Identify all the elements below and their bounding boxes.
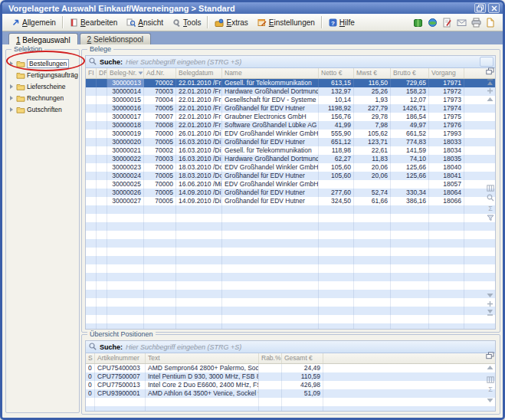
- plus-icon[interactable]: [486, 300, 494, 307]
- email-icon[interactable]: [457, 18, 467, 27]
- caret-up-icon[interactable]: [486, 363, 494, 371]
- table-row[interactable]: 0CPU75400003AMD Sempron64 2800+ Palermo,…: [86, 364, 495, 372]
- sidebar-item-gutschriften[interactable]: Gutschriften: [8, 103, 78, 115]
- new-page-icon[interactable]: [486, 18, 495, 28]
- table-row[interactable]: 0CPU77500013Intel Core 2 Duo E6600, 2400…: [86, 381, 495, 389]
- column-header-ad-nr-[interactable]: Ad.Nr.: [144, 68, 176, 78]
- table-cell: 30000015: [107, 96, 144, 104]
- plus-icon[interactable]: [486, 87, 494, 94]
- column-header-s[interactable]: S: [86, 353, 95, 363]
- menu-item-hilfe[interactable]: ?Hilfe: [324, 15, 359, 29]
- column-header-name[interactable]: Name: [222, 68, 319, 78]
- caret-down-icon[interactable]: [486, 291, 494, 299]
- table-row[interactable]: 300000247000518.03.2010 /DoGroßhandel fü…: [86, 172, 495, 180]
- column-chooser-icon[interactable]: [486, 67, 494, 75]
- scroll-top-icon[interactable]: [486, 78, 494, 86]
- table-cell: [144, 264, 176, 273]
- filter-icon[interactable]: [486, 214, 494, 221]
- sidebar-item-fertigungsaufträge[interactable]: Fertigungsaufträge: [8, 69, 78, 80]
- table-row[interactable]: 300000217000216.03.2010 /DiGesell. für T…: [86, 146, 495, 155]
- restore-button[interactable]: [474, 3, 486, 13]
- table-row[interactable]: 300000147000322.01.2010 /FrHardware Groß…: [86, 87, 495, 96]
- search-icon[interactable]: [486, 194, 494, 202]
- table-cell: 70003: [144, 87, 176, 96]
- column-header-text[interactable]: Text: [146, 353, 259, 363]
- table-cell: [354, 256, 391, 264]
- table-row[interactable]: 300000207000516.03.2010 /DiGroßhandel fü…: [86, 138, 495, 146]
- sum-icon[interactable]: Σ: [486, 385, 494, 392]
- positionen-title: Übersicht Positionen: [87, 330, 156, 338]
- document-edit-icon[interactable]: [442, 18, 452, 28]
- column-chooser-icon[interactable]: [486, 352, 494, 359]
- table-cell: [429, 222, 464, 231]
- belege-side-strip: Σ: [485, 55, 495, 330]
- table-row[interactable]: 300000267000514.09.2010 /DiGroßhandel fü…: [86, 189, 495, 197]
- table-row[interactable]: 300000237000018.03.2010 /DoEDV Großhande…: [86, 163, 495, 172]
- columns-icon[interactable]: [486, 184, 494, 192]
- printer-icon[interactable]: [471, 18, 481, 28]
- table-cell: [97, 163, 107, 172]
- column-header-vorgang[interactable]: Vorgang: [429, 68, 464, 78]
- table-row[interactable]: 300000227000316.03.2010 /DiHardware Groß…: [86, 155, 495, 163]
- search-input[interactable]: Hier Suchbegriff eingeben (STRG +S): [126, 343, 241, 351]
- table-row[interactable]: 0CPU93900001AMD Athlon 64 3500+ Venice, …: [86, 389, 495, 398]
- expander-icon[interactable]: [10, 107, 15, 113]
- table-cell: 555,90: [319, 130, 354, 138]
- window-controls: [474, 3, 500, 13]
- positionen-search-row[interactable]: Suche: Hier Suchbegriff eingeben (STRG +…: [86, 341, 495, 353]
- table-cell: [429, 248, 464, 256]
- column-header-gesamt-[interactable]: Gesamt €: [282, 353, 323, 363]
- table-row-empty: [86, 273, 495, 281]
- column-header-brutto-[interactable]: Brutto €: [391, 68, 429, 78]
- table-row[interactable]: 300000157000422.01.2010 /FrGesellschaft …: [86, 96, 495, 104]
- sum-icon[interactable]: Σ: [486, 204, 494, 212]
- table-cell: 125,66: [391, 172, 429, 180]
- sidebar-item-lieferscheine[interactable]: Lieferscheine: [8, 80, 78, 92]
- table-cell: 17974: [429, 104, 464, 113]
- belege-search-row[interactable]: Suche: Hier Suchbegriff eingeben (STRG +…: [86, 56, 495, 68]
- table-cell: 105,60: [319, 163, 354, 172]
- menu-item-ansicht[interactable]: Ansicht: [122, 15, 168, 29]
- column-header-dr[interactable]: DR: [97, 68, 107, 78]
- menu-item-extras[interactable]: Extras: [210, 15, 252, 29]
- expander-icon[interactable]: [10, 84, 15, 90]
- table-cell: [107, 239, 144, 248]
- table-row[interactable]: 0CPU77500007Intel Pentium D 930, 3000 MH…: [86, 372, 495, 381]
- menu-item-bearbeiten[interactable]: Bearbeiten: [65, 15, 122, 29]
- column-header-fi[interactable]: FI: [86, 68, 97, 78]
- table-row[interactable]: 300000277000514.09.2010 /DiGroßhandel fü…: [86, 197, 495, 205]
- caret-up-icon[interactable]: [486, 95, 494, 103]
- column-header-artikelnummer[interactable]: Artikelnummer: [95, 353, 146, 363]
- expander-icon[interactable]: [10, 95, 15, 101]
- column-header-mwst-[interactable]: Mwst €: [354, 68, 391, 78]
- menu-item-einstellungen[interactable]: Einstellungen: [253, 15, 320, 29]
- close-button[interactable]: [488, 3, 500, 13]
- table-row[interactable]: 300000187000822.01.2010 /FrSoftware Groß…: [86, 121, 495, 130]
- table-row[interactable]: 300000177000722.01.2010 /FrGraubner Elec…: [86, 113, 495, 121]
- table-row[interactable]: 300000197000026.01.2010 /DiEDV Großhande…: [86, 130, 495, 138]
- table-cell: 24,49: [282, 364, 323, 372]
- column-header-beleg-nr-[interactable]: Beleg-Nr.: [107, 68, 144, 78]
- table-cell: [391, 281, 429, 290]
- table-row[interactable]: 300000257000016.06.2010 /MiEDV Großhande…: [86, 180, 495, 189]
- globe-icon[interactable]: [428, 18, 438, 28]
- sidebar-item-bestellungen[interactable]: Bestellungen: [8, 57, 78, 69]
- table-row[interactable]: 300000137000222.01.2010 /FrGesell. für T…: [86, 79, 495, 87]
- columns-icon[interactable]: [486, 376, 494, 383]
- column-header-rab-[interactable]: Rab.%: [259, 353, 282, 363]
- expander-icon[interactable]: [10, 61, 15, 67]
- tab-selektionspool[interactable]: 2 Selektionspool: [80, 33, 151, 44]
- scroll-bottom-icon[interactable]: [486, 308, 494, 316]
- search-input[interactable]: Hier Suchbegriff eingeben (STRG +S): [126, 58, 241, 66]
- table-row[interactable]: 300000167000522.01.2010 /FrGroßhandel fü…: [86, 104, 495, 113]
- tab-belegauswahl[interactable]: 1 Belegauswahl: [8, 33, 78, 45]
- menu-item-allgemein[interactable]: Allgemein: [7, 15, 61, 29]
- caret-down-icon[interactable]: [486, 396, 494, 404]
- table-cell: [97, 189, 107, 197]
- table-row-empty: [86, 406, 495, 411]
- package-icon[interactable]: [413, 18, 423, 28]
- column-header-belegdatum[interactable]: Belegdatum: [176, 68, 222, 78]
- menu-item-tools[interactable]: Tools: [168, 15, 205, 29]
- column-header-netto-[interactable]: Netto €: [319, 68, 354, 78]
- sidebar-item-rechnungen[interactable]: Rechnungen: [8, 92, 78, 103]
